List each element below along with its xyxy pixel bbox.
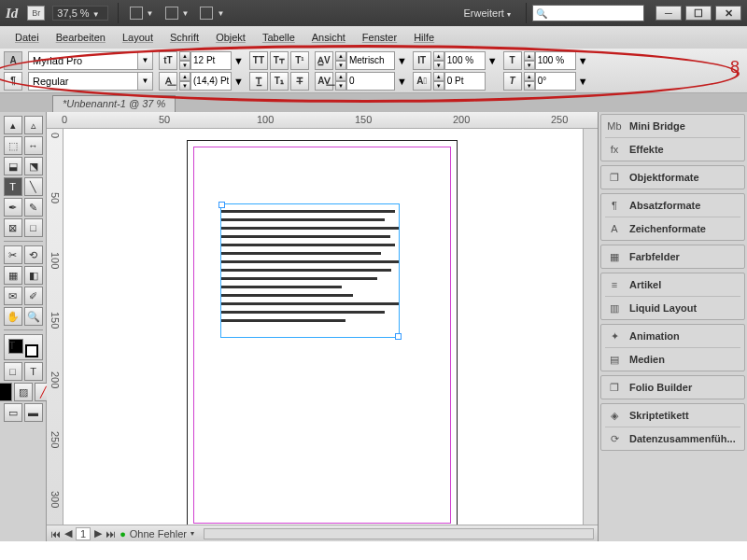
content-collector[interactable]: ⬓ [4, 157, 22, 175]
bs-up[interactable]: ▲ [433, 72, 444, 81]
vertical-scrollbar[interactable] [583, 129, 598, 525]
horizontal-ruler[interactable]: 050100150200250 [47, 112, 598, 129]
type-tool[interactable]: T [4, 177, 22, 196]
hs-up[interactable]: ▲ [524, 51, 535, 61]
track-dd[interactable]: ▼ [397, 76, 407, 87]
font-style-dropdown[interactable]: ▼ [138, 72, 153, 91]
bshift-field[interactable] [444, 72, 486, 91]
vertical-ruler[interactable]: 050100150200250300 [47, 129, 63, 525]
panel-mini-bridge[interactable]: MbMini Bridge [601, 115, 744, 137]
kern-dd[interactable]: ▼ [397, 55, 407, 66]
menu-fenster[interactable]: Fenster [355, 28, 404, 47]
minimize-button[interactable]: ─ [655, 6, 682, 21]
size-down[interactable]: ▼ [179, 61, 190, 70]
hand-tool[interactable]: ✋ [4, 307, 22, 326]
lead-down[interactable]: ▼ [179, 81, 190, 91]
bridge-button[interactable]: Br [27, 6, 45, 21]
gradient-feather-tool[interactable]: ◧ [24, 266, 43, 285]
bs-down[interactable]: ▼ [433, 81, 444, 91]
page-nav-prev[interactable]: ◀ [64, 527, 72, 539]
view-mode-normal[interactable]: ▭ [4, 403, 22, 422]
content-placer[interactable]: ⬔ [24, 157, 43, 175]
apply-color[interactable] [0, 383, 12, 401]
hs-down[interactable]: ▼ [524, 61, 535, 70]
skew-field[interactable] [535, 72, 576, 91]
panel-folio-builder[interactable]: ❐Folio Builder [601, 376, 744, 399]
panel-liquid-layout[interactable]: ▥Liquid Layout [601, 297, 744, 319]
tracking-field[interactable] [346, 72, 395, 91]
smallcaps-button[interactable]: Tᴛ [270, 51, 289, 70]
menu-datei[interactable]: Datei [7, 28, 47, 47]
kerning-field[interactable] [346, 51, 395, 70]
lead-dd[interactable]: ▼ [233, 76, 244, 87]
menu-hilfe[interactable]: Hilfe [406, 28, 442, 47]
format-container[interactable]: □ [4, 362, 22, 381]
scissors-tool[interactable]: ✂ [4, 245, 22, 264]
rect-tool[interactable]: □ [24, 218, 43, 237]
panel-farbfelder[interactable]: ▦Farbfelder [601, 245, 744, 268]
track-up[interactable]: ▲ [335, 72, 346, 81]
panel-artikel[interactable]: ≡Artikel [601, 273, 744, 296]
selection-tool[interactable]: ▴ [4, 116, 22, 134]
maximize-button[interactable]: ☐ [685, 6, 712, 21]
document-tab[interactable]: *Unbenannt-1 @ 37 % [52, 95, 176, 112]
subscript-button[interactable]: T₁ [270, 72, 289, 91]
superscript-button[interactable]: T¹ [290, 51, 309, 70]
apply-gradient[interactable]: ▨ [14, 383, 33, 401]
view-mode-dropdown[interactable]: ▼ [124, 5, 160, 21]
font-family-dropdown[interactable]: ▼ [138, 51, 153, 70]
allcaps-button[interactable]: TT [249, 51, 268, 70]
size-up[interactable]: ▲ [179, 51, 190, 61]
workspace-switcher[interactable]: Erweitert ▾ [455, 6, 520, 21]
page-number-field[interactable]: 1 [76, 527, 91, 540]
menu-schrift[interactable]: Schrift [162, 28, 206, 47]
font-style-field[interactable] [28, 72, 138, 91]
screen-mode-dropdown[interactable]: ▼ [160, 5, 195, 21]
lead-up[interactable]: ▲ [179, 72, 190, 81]
kern-down[interactable]: ▼ [335, 61, 346, 70]
view-mode-preview[interactable]: ▬ [24, 403, 43, 422]
strike-button[interactable]: T̶ [290, 72, 309, 91]
panel-zeichenformate[interactable]: AZeichenformate [601, 217, 744, 240]
sk-dd[interactable]: ▼ [578, 76, 588, 87]
menu-bearbeiten[interactable]: Bearbeiten [49, 28, 113, 47]
panel-medien[interactable]: ▤Medien [601, 348, 744, 371]
arrange-dropdown[interactable]: ▼ [194, 5, 230, 21]
sk-up[interactable]: ▲ [524, 72, 535, 81]
menu-objekt[interactable]: Objekt [208, 28, 253, 47]
sk-down[interactable]: ▼ [524, 81, 535, 91]
preflight-status[interactable]: Ohne Fehler [130, 528, 187, 539]
font-family-field[interactable] [28, 51, 138, 70]
text-frame[interactable] [220, 203, 400, 338]
gap-tool[interactable]: ↔ [24, 136, 43, 155]
panel-skriptetikett[interactable]: ◈Skriptetikett [601, 404, 744, 427]
horizontal-scrollbar[interactable] [204, 528, 594, 539]
vscale-field[interactable] [444, 51, 486, 70]
menu-ansicht[interactable]: Ansicht [304, 28, 353, 47]
rect-frame-tool[interactable]: ⊠ [4, 218, 22, 237]
page-tool[interactable]: ⬚ [4, 136, 22, 155]
para-format-mode[interactable]: ¶ [4, 72, 22, 91]
kern-up[interactable]: ▲ [335, 51, 346, 61]
panel-effekte[interactable]: fxEffekte [601, 138, 744, 161]
direct-select-tool[interactable]: ▵ [24, 116, 43, 134]
panel-datenzusammenf-h-[interactable]: ⟳Datenzusammenfüh... [601, 427, 744, 450]
gradient-swatch-tool[interactable]: ▦ [4, 266, 22, 285]
page-nav-next2[interactable]: ⏭ [106, 528, 116, 539]
eyedropper-tool[interactable]: ✐ [24, 287, 43, 305]
font-size-field[interactable] [190, 51, 232, 70]
line-tool[interactable]: ╲ [24, 177, 43, 196]
vs-down[interactable]: ▼ [433, 61, 444, 70]
menu-tabelle[interactable]: Tabelle [255, 28, 303, 47]
vs-dd[interactable]: ▼ [487, 55, 498, 66]
transform-tool[interactable]: ⟲ [24, 245, 43, 264]
search-field[interactable]: 🔍 [532, 5, 644, 21]
page-nav-next[interactable]: ▶ [94, 527, 102, 539]
document-canvas[interactable] [63, 129, 583, 525]
format-text[interactable]: T [24, 362, 43, 381]
hscale-field[interactable] [535, 51, 576, 70]
zoom-tool[interactable]: 🔍 [24, 307, 43, 326]
track-down[interactable]: ▼ [335, 81, 346, 91]
panel-absatzformate[interactable]: ¶Absatzformate [601, 194, 744, 217]
leading-field[interactable] [190, 72, 232, 91]
